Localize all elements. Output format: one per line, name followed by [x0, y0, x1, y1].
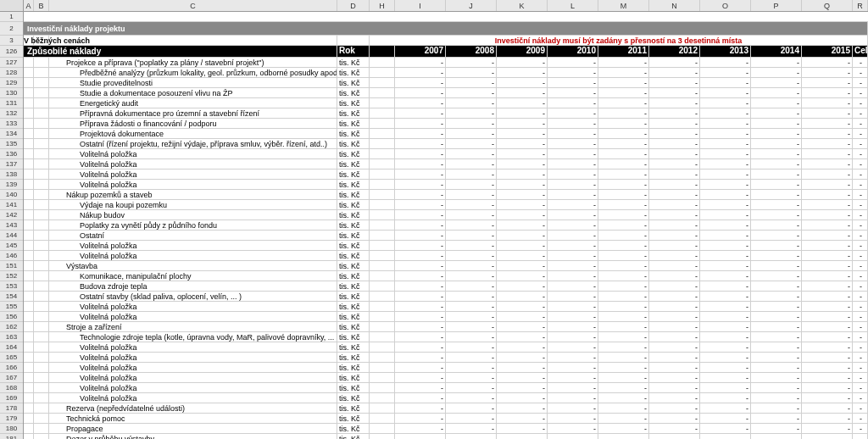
year-cell[interactable]: - [446, 403, 497, 413]
year-cell[interactable]: - [700, 312, 751, 321]
col-header[interactable]: R [853, 0, 868, 11]
col-header[interactable]: J [446, 0, 497, 11]
year-cell[interactable]: - [497, 119, 548, 128]
cell[interactable] [34, 210, 49, 220]
cell[interactable] [34, 302, 49, 311]
year-cell[interactable]: - [700, 149, 751, 158]
cell[interactable] [24, 139, 34, 148]
row-header[interactable]: 181 [0, 434, 23, 439]
year-cell[interactable]: - [548, 78, 598, 87]
year-cell[interactable]: - [598, 332, 649, 342]
year-cell[interactable]: - [700, 190, 751, 199]
cell[interactable] [24, 241, 34, 250]
year-cell[interactable]: - [548, 88, 598, 97]
year-cell[interactable]: - [700, 241, 751, 250]
cell[interactable] [370, 373, 395, 382]
year-cell[interactable]: - [802, 119, 853, 128]
cell[interactable] [24, 210, 34, 220]
year-cell[interactable]: - [598, 312, 649, 321]
year-cell[interactable]: - [700, 342, 751, 352]
cell[interactable] [24, 159, 34, 169]
year-cell[interactable]: - [649, 149, 700, 158]
year-cell[interactable]: - [497, 251, 548, 260]
year-cell[interactable]: - [649, 302, 700, 311]
cell[interactable] [370, 220, 395, 230]
year-cell[interactable]: - [802, 231, 853, 240]
year-cell[interactable]: - [497, 190, 548, 199]
year-cell[interactable]: - [700, 332, 751, 342]
row-header[interactable]: 178 [0, 403, 23, 414]
year-cell[interactable]: - [649, 129, 700, 138]
year-cell[interactable]: - [751, 373, 802, 382]
year-cell[interactable]: - [446, 88, 497, 97]
year-cell[interactable]: - [446, 220, 497, 230]
year-cell[interactable]: - [751, 190, 802, 199]
year-cell[interactable]: - [751, 58, 802, 67]
year-cell[interactable]: - [497, 434, 548, 439]
row-header[interactable]: 126 [0, 46, 23, 58]
row-header[interactable]: 2 [0, 22, 23, 36]
year-cell[interactable]: - [649, 200, 700, 209]
year-cell[interactable]: - [395, 139, 446, 148]
year-cell[interactable]: - [700, 231, 751, 240]
year-cell[interactable]: - [446, 434, 497, 439]
year-cell[interactable]: - [446, 261, 497, 270]
year-cell[interactable]: - [802, 159, 853, 169]
year-cell[interactable]: - [548, 353, 598, 362]
year-cell[interactable]: - [649, 312, 700, 321]
year-cell[interactable]: - [395, 220, 446, 230]
year-cell[interactable]: - [497, 241, 548, 250]
year-cell[interactable]: - [598, 373, 649, 382]
year-cell[interactable]: - [446, 108, 497, 118]
year-cell[interactable]: - [802, 200, 853, 209]
description-cell[interactable]: Technologie zdroje tepla (kotle, úpravna… [49, 332, 337, 342]
cell[interactable] [24, 312, 34, 321]
year-cell[interactable]: - [395, 322, 446, 331]
unit-cell[interactable]: tis. Kč [337, 98, 370, 108]
unit-cell[interactable]: tis. Kč [337, 281, 370, 291]
year-cell[interactable]: - [446, 78, 497, 87]
unit-cell[interactable]: tis. Kč [337, 149, 370, 158]
description-cell[interactable]: Projektová dokumentace [49, 129, 337, 138]
col-header[interactable]: B [34, 0, 49, 11]
year-cell[interactable]: - [700, 108, 751, 118]
description-cell[interactable]: Technická pomoc [49, 414, 337, 423]
year-cell[interactable]: - [700, 434, 751, 439]
total-cell[interactable]: - [853, 210, 868, 220]
year-cell[interactable]: - [802, 58, 853, 67]
cell[interactable] [337, 36, 370, 45]
year-cell[interactable]: - [497, 129, 548, 138]
year-cell[interactable]: - [751, 88, 802, 97]
total-cell[interactable]: - [853, 190, 868, 199]
year-cell[interactable]: - [395, 68, 446, 77]
year-cell[interactable]: - [446, 332, 497, 342]
description-cell[interactable]: Volitelná položka [49, 373, 337, 382]
year-cell[interactable]: - [446, 363, 497, 372]
cell[interactable] [370, 231, 395, 240]
cell[interactable] [370, 98, 395, 108]
year-cell[interactable]: - [548, 210, 598, 220]
description-cell[interactable]: Nákup budov [49, 210, 337, 220]
cell[interactable] [370, 78, 395, 87]
description-cell[interactable]: Volitelná položka [49, 393, 337, 403]
total-cell[interactable]: - [853, 231, 868, 240]
unit-cell[interactable]: tis. Kč [337, 302, 370, 311]
year-cell[interactable]: - [751, 302, 802, 311]
year-cell[interactable]: - [395, 424, 446, 433]
year-cell[interactable]: - [751, 129, 802, 138]
year-cell[interactable]: - [548, 373, 598, 382]
year-cell[interactable]: - [598, 363, 649, 372]
cell[interactable] [370, 190, 395, 199]
unit-cell[interactable]: tis. Kč [337, 220, 370, 230]
year-cell[interactable]: - [548, 414, 598, 423]
year-cell[interactable]: - [700, 210, 751, 220]
year-cell[interactable]: - [598, 129, 649, 138]
row-header[interactable]: 153 [0, 281, 23, 292]
cell[interactable] [24, 58, 34, 67]
row-header[interactable]: 128 [0, 68, 23, 78]
year-cell[interactable]: - [395, 271, 446, 281]
description-cell[interactable]: Předběžné analýzy (průzkum lokality, geo… [49, 68, 337, 77]
col-header[interactable]: K [497, 0, 548, 11]
year-cell[interactable]: - [497, 210, 548, 220]
description-cell[interactable]: Volitelná položka [49, 363, 337, 372]
